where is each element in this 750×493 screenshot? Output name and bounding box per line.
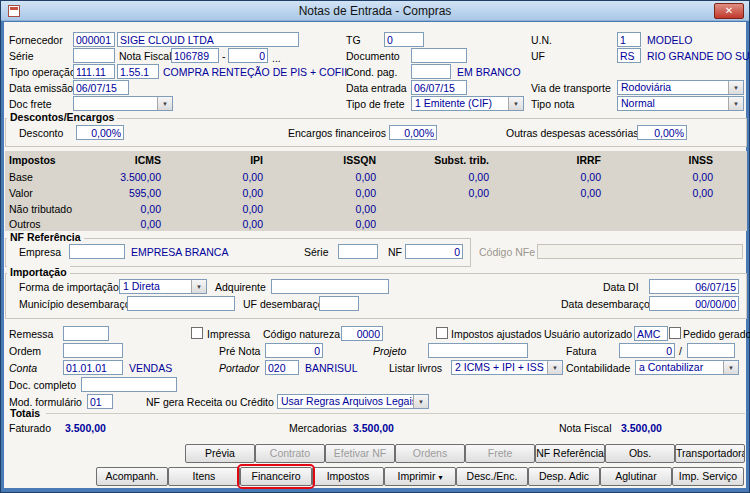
chevron-down-icon[interactable]: ▼ [191,280,206,293]
uf-desembaraco-input[interactable] [319,296,359,311]
tipo-nota-select[interactable]: Normal ▼ [617,96,744,111]
base-ipi: 0,00 [171,171,263,183]
chevron-down-icon[interactable]: ▼ [723,361,738,374]
codigo-natureza-label: Código natureza [263,328,340,340]
remessa-input[interactable] [63,326,109,341]
tipo-operacao-code1-input[interactable] [73,64,115,79]
outros-icms: 0,00 [69,218,161,230]
itens-button[interactable]: Itens [168,467,240,486]
impostos-ajustados-checkbox[interactable] [436,327,448,339]
data-desembaraco-input[interactable] [649,296,739,311]
desc-enc-button[interactable]: Desc./Enc. [456,467,528,486]
documento-input[interactable] [411,48,467,63]
nota-fiscal-sub-input[interactable] [228,48,268,63]
fornecedor-code-input[interactable] [73,32,115,47]
doc-frete-select[interactable]: ▼ [73,96,173,111]
tg-input[interactable] [384,32,424,47]
fatura-separator: / [679,345,682,357]
adquirente-input[interactable] [271,279,389,294]
valor-subst: 0,00 [397,187,489,199]
financeiro-button[interactable]: Financeiro [240,467,312,486]
chevron-down-icon[interactable]: ▼ [728,97,743,110]
chevron-down-icon[interactable]: ▼ [728,81,743,94]
desp-adic-button[interactable]: Desp. Adic [528,467,600,486]
pre-nota-input[interactable] [265,343,323,358]
forma-importacao-select[interactable]: 1 Direta ▼ [119,279,207,294]
chevron-down-icon[interactable]: ▼ [157,97,172,110]
conta-desc: VENDAS [129,362,172,374]
faturado-value: 3.500,00 [65,422,106,434]
imp-servico-button[interactable]: Imp. Serviço [672,467,744,486]
mercadorias-label: Mercadorias [289,422,347,434]
impostos-ajustados-label: Impostos ajustados [451,328,541,340]
listar-livros-label: Listar livros [389,362,442,374]
data-di-input[interactable] [649,279,739,294]
chevron-down-icon[interactable]: ▼ [547,361,562,374]
outras-despesas-input[interactable] [637,125,687,140]
cond-pag-input[interactable] [411,64,451,79]
data-emissao-label: Data emissão [9,82,73,94]
contrato-button: Contrato [255,444,325,463]
nota-fiscal-input[interactable] [171,48,219,63]
projeto-input[interactable] [428,343,528,358]
col-irrf: IRRF [509,154,601,166]
fatura-input[interactable] [619,343,675,358]
contabilidade-select[interactable]: a Contabilizar ▼ [635,360,739,375]
un-input[interactable] [617,32,641,47]
titlebar[interactable]: Notas de Entrada - Compras [1,1,749,21]
nfref-nf-input[interactable] [405,244,463,259]
nfref-serie-input[interactable] [338,244,378,259]
total-nota-fiscal-label: Nota Fiscal [559,422,612,434]
col-inss: INSS [621,154,713,166]
acompanh-button[interactable]: Acompanh. [96,467,168,486]
listar-livros-select[interactable]: 2 ICMS + IPI + ISS ▼ [451,360,563,375]
adquirente-label: Adquirente [215,281,266,293]
tipo-operacao-code2-input[interactable] [117,64,159,79]
app-icon [8,5,20,17]
previa-button[interactable]: Prévia [185,444,255,463]
serie-input[interactable] [73,48,115,63]
nf-referencia-title: NF Referência [7,231,84,243]
empresa-input[interactable] [69,244,125,259]
tipo-frete-label: Tipo de frete [346,98,405,110]
nf-gera-select[interactable]: Usar Regras Arquivos Legais ▼ [277,394,429,409]
desconto-input[interactable] [76,125,124,140]
nota-fiscal-more-button[interactable]: ... [272,52,281,64]
close-button[interactable]: ✕ [714,3,744,19]
aglutinar-button[interactable]: Aglutinar [600,467,672,486]
conta-input[interactable] [63,360,123,375]
tipo-frete-select[interactable]: 1 Emitente (CIF) ▼ [411,96,524,111]
valor-ipi: 0,00 [171,187,263,199]
encargos-input[interactable] [389,125,437,140]
chevron-down-icon[interactable]: ▼ [413,395,428,408]
fatura-label: Fatura [566,345,596,357]
ordem-input[interactable] [63,343,123,358]
impostos-button[interactable]: Impostos [312,467,384,486]
imprimir-button[interactable]: Imprimir▾ [384,467,456,486]
nota-fiscal-dash: - [222,50,226,62]
nf-referencia-button[interactable]: NF Referência [535,444,605,463]
data-entrada-input[interactable] [411,80,467,95]
doc-completo-input[interactable] [81,377,177,392]
codigo-natureza-input[interactable] [341,326,383,341]
valor-irrf: 0,00 [509,187,601,199]
impressa-checkbox[interactable] [191,327,203,339]
via-transporte-select[interactable]: Rodoviária ▼ [617,80,744,95]
fatura-parcela-input[interactable] [687,343,735,358]
mod-formulario-input[interactable] [87,394,113,409]
fornecedor-name-input[interactable] [117,32,299,47]
valor-icms: 595,00 [69,187,161,199]
pedido-gerado-checkbox[interactable] [669,327,681,339]
data-emissao-input[interactable] [73,80,129,95]
municipio-desembaraco-input[interactable] [127,296,235,311]
col-issqn: ISSQN [284,154,376,166]
usuario-autorizado-input[interactable] [634,326,668,341]
uf-input[interactable] [617,48,641,63]
transportadora-button[interactable]: Transportadora [675,444,745,463]
obs-button[interactable]: Obs. [605,444,675,463]
row-outros-label: Outros [9,218,41,230]
via-transporte-label: Via de transporte [531,82,611,94]
portador-input[interactable] [265,360,299,375]
outras-despesas-label: Outras despesas acessórias [506,127,638,139]
chevron-down-icon[interactable]: ▼ [508,97,523,110]
